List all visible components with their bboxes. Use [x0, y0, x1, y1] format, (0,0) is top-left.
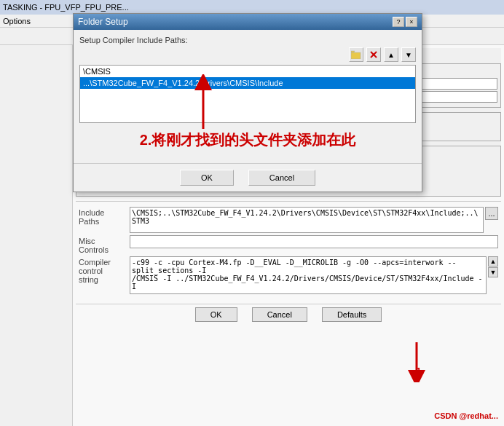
- delete-icon: [369, 50, 378, 59]
- dialog-listbox[interactable]: \CMSIS ...\STM32Cube_FW_F4_V1.24.2\Drive…: [79, 65, 416, 123]
- main-bottom-buttons: OK Cancel Defaults: [76, 304, 501, 325]
- dialog-titlebar: Folder Setup ? ×: [74, 14, 422, 30]
- dialog-body: Setup Compiler Include Paths: ▲ ▼ \CMSIS: [74, 30, 422, 163]
- svg-rect-0: [351, 52, 361, 59]
- dialog-new-folder-button[interactable]: [349, 47, 363, 62]
- dialog-annotation: 2.将刚才找到的头文件夹添加在此: [79, 130, 416, 150]
- dialog-list-toolbar: ▲ ▼: [79, 47, 416, 62]
- folder-setup-dialog: Folder Setup ? × Setup Compiler Include …: [73, 13, 422, 192]
- main-defaults-button[interactable]: Defaults: [322, 307, 382, 322]
- scroll-up-button[interactable]: ▲: [488, 256, 498, 267]
- dialog-help-button[interactable]: ?: [393, 17, 404, 27]
- dialog-move-up-button[interactable]: ▲: [384, 47, 398, 62]
- ide-title: TASKING - FPU_VFP_FPU_PRE...: [3, 3, 129, 12]
- dialog-setup-label: Setup Compiler Include Paths:: [79, 36, 416, 44]
- dialog-delete-button[interactable]: [366, 47, 381, 62]
- menu-options[interactable]: Options: [3, 17, 31, 25]
- dialog-cancel-button[interactable]: Cancel: [248, 170, 315, 186]
- ide-sidebar: [0, 45, 73, 426]
- include-paths-row: Include Paths ...: [79, 207, 498, 233]
- compiler-control-wrap: ▲ ▼: [130, 256, 498, 294]
- main-ok-button[interactable]: OK: [195, 307, 237, 322]
- dialog-list-toolbar-spacer: [79, 47, 346, 62]
- misc-controls-wrap: [130, 235, 498, 248]
- compiler-scroll-arrows: ▲ ▼: [488, 256, 498, 277]
- watermark: CSDN @redhat...: [434, 411, 498, 420]
- svg-marker-1: [351, 51, 355, 52]
- list-item[interactable]: ...\STM32Cube_FW_F4_V1.24.2\Drivers\CMSI…: [80, 77, 415, 89]
- scroll-down-button[interactable]: ▼: [488, 267, 498, 277]
- dialog-close-button[interactable]: ×: [406, 17, 417, 27]
- dialog-title: Folder Setup: [78, 17, 128, 27]
- include-paths-input[interactable]: [130, 207, 484, 233]
- compiler-control-input[interactable]: [130, 256, 487, 294]
- misc-controls-row: Misc Controls: [79, 235, 498, 254]
- dialog-ok-button[interactable]: OK: [180, 170, 234, 186]
- misc-controls-label: Misc Controls: [79, 235, 130, 254]
- dialog-move-down-button[interactable]: ▼: [401, 47, 416, 62]
- bottom-section: Include Paths ... Misc Controls Compiler…: [76, 201, 501, 299]
- compiler-control-row: Compiler control string ▲ ▼: [79, 256, 498, 294]
- include-paths-label: Include Paths: [79, 207, 130, 226]
- compiler-control-label: Compiler control string: [79, 256, 130, 284]
- include-paths-browse-button[interactable]: ...: [485, 207, 498, 220]
- ide-topbar: TASKING - FPU_VFP_FPU_PRE...: [0, 0, 504, 15]
- dialog-controls: ? ×: [393, 17, 417, 27]
- new-folder-icon: [351, 50, 361, 59]
- dialog-footer: OK Cancel: [74, 163, 422, 192]
- main-cancel-button[interactable]: Cancel: [252, 307, 307, 322]
- include-paths-wrap: ...: [130, 207, 498, 233]
- misc-controls-input[interactable]: [130, 235, 498, 248]
- list-item[interactable]: \CMSIS: [80, 66, 415, 77]
